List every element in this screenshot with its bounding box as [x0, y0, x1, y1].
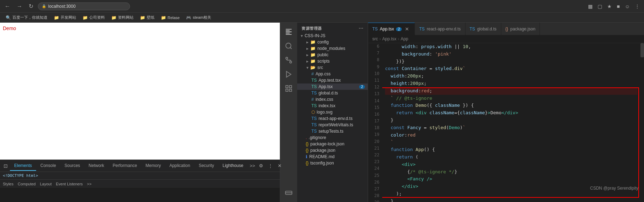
bottom-tab-layout[interactable]: Layout: [40, 182, 52, 186]
bookmark-resources[interactable]: 📁 资料网站: [108, 14, 136, 21]
devtools-bottom-bar: Styles Computed Layout Event Listeners >…: [0, 179, 280, 188]
file-name-public: public: [317, 52, 328, 57]
tree-scripts[interactable]: ► 📁 scripts: [297, 58, 368, 64]
csdn-watermark: CSDN @pray Serendipity: [590, 186, 638, 191]
file-name-pkg-lock: package-lock.json: [310, 142, 344, 146]
tree-setup[interactable]: TS setupTests.ts: [297, 128, 368, 134]
git-icon: .: [306, 135, 307, 140]
breadcrumb-app-fn[interactable]: App: [401, 36, 408, 41]
editor-tabs-bar: TS App.tsx 2 ✕ TS react-app-env.d.ts TS …: [368, 23, 644, 35]
tab-security[interactable]: Security: [194, 161, 218, 171]
explorer-header: 资源管理器 ···: [297, 23, 368, 33]
forward-button[interactable]: →: [15, 2, 24, 10]
tree-index-tsx[interactable]: TS index.tsx: [297, 103, 368, 109]
tree-pkg[interactable]: {} package.json: [297, 147, 368, 154]
tree-app-test[interactable]: TS App.test.tsx: [297, 77, 368, 83]
tree-react-env[interactable]: TS react-app-env.d.ts: [297, 115, 368, 122]
breadcrumb-app-tsx[interactable]: App.tsx: [382, 36, 396, 41]
file-name-setup: setupTests.ts: [318, 129, 343, 134]
bookmark-devweb[interactable]: 📁 开发网站: [51, 14, 79, 21]
url-bar[interactable]: 🔒 localhost:3000: [38, 2, 130, 10]
editor-scrollbar[interactable]: [640, 43, 644, 202]
tree-report[interactable]: TS reportWebVitals.ts: [297, 122, 368, 128]
ts-icon-setup: TS: [311, 129, 317, 134]
devtools-panel: ⊡ Elements Console Sources Network Perfo…: [0, 160, 280, 202]
tab-more[interactable]: >>: [248, 162, 257, 170]
bookmark-star-icon[interactable]: ★: [606, 3, 613, 10]
devtools-more-icon[interactable]: ⋮: [266, 162, 275, 169]
explorer-icon[interactable]: [282, 25, 295, 38]
tree-gitignore[interactable]: . .gitignore: [297, 134, 368, 141]
extensions-icon[interactable]: [282, 82, 295, 95]
bottom-arrow[interactable]: >>: [87, 182, 92, 186]
folder-icon-node: 📁: [310, 46, 316, 51]
scrollbar-thumb[interactable]: [640, 43, 644, 57]
vscode-area: 资源管理器 ··· ▼ CSS-IN-JS ► 📁 config: [280, 23, 644, 202]
source-control-icon[interactable]: [282, 54, 295, 67]
more-options-icon[interactable]: ⋮: [633, 3, 641, 10]
tab-performance[interactable]: Performance: [108, 161, 141, 171]
bottom-tab-styles[interactable]: Styles: [3, 182, 13, 186]
file-name: config: [317, 40, 329, 45]
file-explorer: 资源管理器 ··· ▼ CSS-IN-JS ► 📁 config: [297, 23, 368, 202]
tab-sources[interactable]: Sources: [60, 161, 84, 171]
profile-icon[interactable]: ☺: [623, 3, 631, 10]
remote-icon[interactable]: [282, 186, 295, 199]
tree-tsconfig[interactable]: {} tsconfig.json: [297, 160, 368, 166]
devtools-close-icon[interactable]: ✕: [276, 162, 283, 169]
devtools-settings-icon[interactable]: ⚙: [257, 162, 265, 169]
tab-console[interactable]: Console: [36, 161, 60, 171]
md-icon: ℹ: [306, 154, 307, 159]
tree-global-dts[interactable]: TS global.d.ts: [297, 90, 368, 96]
bottom-tab-computed[interactable]: Computed: [18, 182, 36, 186]
tree-src[interactable]: ▼ 📂 src: [297, 64, 368, 71]
chevron-right-icon-3: ►: [306, 53, 309, 57]
chevron-right-icon: ►: [306, 40, 309, 44]
tab-close-app-tsx[interactable]: ✕: [404, 26, 410, 32]
tree-app-tsx[interactable]: TS App.tsx 2: [297, 83, 368, 90]
editor-tab-app-tsx[interactable]: TS App.tsx 2 ✕: [368, 23, 415, 35]
tab-application[interactable]: Application: [165, 161, 194, 171]
search-icon[interactable]: [282, 40, 295, 52]
code-content[interactable]: width: props.width || 10, background: 'p…: [382, 43, 640, 202]
file-name-logo: logo.svg: [317, 110, 333, 115]
tree-root[interactable]: ▼ CSS-IN-JS: [297, 33, 368, 39]
bookmark-steam[interactable]: 🎮 steam相关: [183, 14, 214, 21]
cast-icon[interactable]: ▩: [587, 3, 594, 10]
browser-action-icons: ▩ ▢ ★ ■ ☺ ⋮: [587, 3, 641, 10]
bottom-tab-event-listeners[interactable]: Event Listeners: [56, 182, 83, 186]
extension-icon[interactable]: ■: [615, 3, 621, 10]
tab-label-react-env: react-app-env.d.ts: [427, 27, 461, 31]
url-text: localhost:3000: [48, 4, 75, 9]
file-name-report: reportWebVitals.ts: [318, 122, 353, 127]
baidu-icon: 🔍: [6, 15, 11, 20]
steam-icon: 🎮: [186, 15, 191, 20]
bookmark-wallpaper[interactable]: 📁 壁纸: [137, 14, 157, 21]
tree-logo-svg[interactable]: ⬡ logo.svg: [297, 109, 368, 115]
back-button[interactable]: ←: [3, 2, 12, 10]
devtools-icon-undock[interactable]: ⊡: [1, 163, 10, 169]
tree-pkg-lock[interactable]: {} package-lock.json: [297, 141, 368, 147]
tree-index-css[interactable]: # index.css: [297, 96, 368, 103]
breadcrumb-src[interactable]: src: [372, 36, 378, 41]
explorer-more-btn[interactable]: ···: [359, 25, 363, 31]
refresh-button[interactable]: ↻: [27, 2, 35, 10]
tab-memory[interactable]: Memory: [141, 161, 165, 171]
tree-node-modules[interactable]: ► 📁 node_modules: [297, 45, 368, 52]
tree-readme[interactable]: ℹ README.md: [297, 154, 368, 160]
editor-tab-react-env[interactable]: TS react-app-env.d.ts: [415, 23, 465, 35]
bookmark-baidu[interactable]: 🔍 百度一下，你就知道: [3, 14, 50, 21]
tab-icon[interactable]: ▢: [596, 3, 604, 10]
bookmark-company[interactable]: 📁 公司资料: [80, 14, 108, 21]
tab-network[interactable]: Network: [84, 161, 108, 171]
svg-point-2: [290, 61, 292, 63]
tree-public[interactable]: ► 📁 public: [297, 52, 368, 58]
editor-tab-global[interactable]: TS global.d.ts: [465, 23, 501, 35]
editor-tab-pkg[interactable]: {} package.json: [501, 23, 540, 35]
tab-lighthouse[interactable]: Lighthouse: [218, 161, 248, 171]
bookmark-release[interactable]: 📁 Relase: [158, 14, 182, 21]
run-debug-icon[interactable]: [282, 68, 295, 81]
tab-elements[interactable]: Elements: [10, 161, 36, 171]
tree-app-css[interactable]: # App.css: [297, 71, 368, 77]
tree-config[interactable]: ► 📁 config: [297, 39, 368, 45]
